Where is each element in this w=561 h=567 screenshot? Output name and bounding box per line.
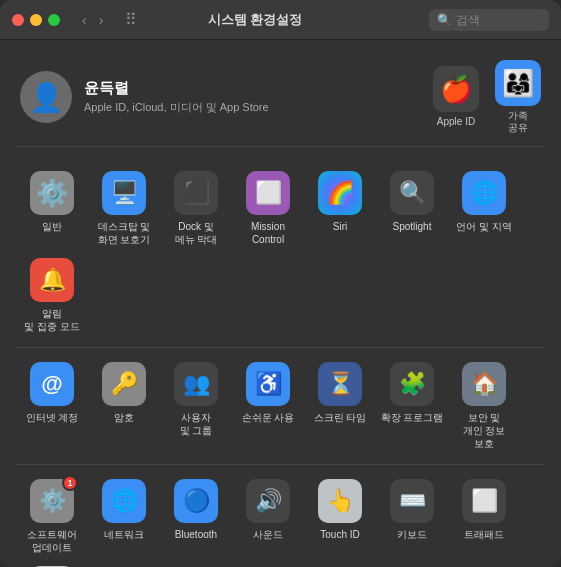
software-update-icon: ⚙️ 1 <box>30 479 74 523</box>
security-icon: 🏠 <box>462 362 506 406</box>
notifications-icon: 🔔 <box>30 258 74 302</box>
language-icon: 🌐 <box>462 171 506 215</box>
titlebar: ‹ › ⠿ 시스템 환경설정 🔍 <box>0 0 561 40</box>
bluetooth-icon: 🔵 <box>174 479 218 523</box>
accessibility-icon: ♿ <box>246 362 290 406</box>
touch-id-icon: 👆 <box>318 479 362 523</box>
internet-accounts-item[interactable]: @ 인터넷 계정 <box>16 356 88 456</box>
maximize-button[interactable] <box>48 14 60 26</box>
sound-icon: 🔊 <box>246 479 290 523</box>
siri-label: Siri <box>333 220 347 233</box>
grid-row-3: ⚙️ 1 소프트웨어업데이트 🌐 네트워크 🔵 Bluetooth 🔊 사운드 <box>16 465 545 567</box>
profile-actions: 🍎 Apple ID 👨‍👩‍👧 가족공유 <box>433 60 541 134</box>
grid-section: ⚙️ 일반 🖥️ 데스크탑 및화면 보호기 ⬛ Dock 및메뉴 막대 ⬜ Mi… <box>16 157 545 567</box>
search-icon: 🔍 <box>437 13 452 27</box>
trackpad-item[interactable]: ⬜ 트래패드 <box>448 473 520 560</box>
internet-accounts-icon: @ <box>30 362 74 406</box>
family-sharing-button[interactable]: 👨‍👩‍👧 가족공유 <box>495 60 541 134</box>
extensions-item[interactable]: 🧩 확장 프로그램 <box>376 356 448 456</box>
siri-item[interactable]: 🌈 Siri <box>304 165 376 252</box>
avatar: 👤 <box>20 71 72 123</box>
trackpad-icon: ⬜ <box>462 479 506 523</box>
dock-icon: ⬛ <box>174 171 218 215</box>
grid-row-2: @ 인터넷 계정 🔑 암호 👥 사용자및 그룹 ♿ 손쉬운 사용 ⏳ 스 <box>16 348 545 465</box>
grid-row-1: ⚙️ 일반 🖥️ 데스크탑 및화면 보호기 ⬛ Dock 및메뉴 막대 ⬜ Mi… <box>16 157 545 348</box>
notifications-label: 알림및 집중 모드 <box>24 307 80 333</box>
window-title: 시스템 환경설정 <box>89 11 421 29</box>
bluetooth-label: Bluetooth <box>175 528 217 541</box>
profile-info: 윤득렬 Apple ID, iCloud, 미디어 및 App Store <box>84 79 421 115</box>
general-label: 일반 <box>42 220 62 233</box>
siri-icon: 🌈 <box>318 171 362 215</box>
screen-time-label: 스크린 타임 <box>314 411 367 424</box>
security-label: 보안 및개인 정보 보호 <box>452 411 516 450</box>
spotlight-icon: 🔍 <box>390 171 434 215</box>
main-window: ‹ › ⠿ 시스템 환경설정 🔍 👤 윤득렬 Apple ID, iCloud,… <box>0 0 561 567</box>
passwords-label: 암호 <box>114 411 134 424</box>
profile-subtitle: Apple ID, iCloud, 미디어 및 App Store <box>84 100 421 115</box>
accessibility-label: 손쉬운 사용 <box>242 411 295 424</box>
minimize-button[interactable] <box>30 14 42 26</box>
users-icon: 👥 <box>174 362 218 406</box>
network-icon: 🌐 <box>102 479 146 523</box>
accessibility-item[interactable]: ♿ 손쉬운 사용 <box>232 356 304 456</box>
search-input[interactable] <box>456 13 536 27</box>
extensions-icon: 🧩 <box>390 362 434 406</box>
network-label: 네트워크 <box>104 528 144 541</box>
language-label: 언어 및 지역 <box>456 220 512 233</box>
keyboard-item[interactable]: ⌨️ 키보드 <box>376 473 448 560</box>
users-label: 사용자및 그룹 <box>180 411 213 437</box>
sound-label: 사운드 <box>253 528 283 541</box>
software-update-badge: 1 <box>62 475 78 491</box>
notifications-item[interactable]: 🔔 알림및 집중 모드 <box>16 252 88 339</box>
general-item[interactable]: ⚙️ 일반 <box>16 165 88 252</box>
traffic-lights <box>12 14 60 26</box>
close-button[interactable] <box>12 14 24 26</box>
passwords-item[interactable]: 🔑 암호 <box>88 356 160 456</box>
screen-time-icon: ⏳ <box>318 362 362 406</box>
trackpad-label: 트래패드 <box>464 528 504 541</box>
apple-id-button[interactable]: 🍎 Apple ID <box>433 66 479 128</box>
users-item[interactable]: 👥 사용자및 그룹 <box>160 356 232 456</box>
keyboard-label: 키보드 <box>397 528 427 541</box>
spotlight-label: Spotlight <box>393 220 432 233</box>
desktop-icon: 🖥️ <box>102 171 146 215</box>
language-item[interactable]: 🌐 언어 및 지역 <box>448 165 520 252</box>
screen-time-item[interactable]: ⏳ 스크린 타임 <box>304 356 376 456</box>
keyboard-icon: ⌨️ <box>390 479 434 523</box>
desktop-item[interactable]: 🖥️ 데스크탑 및화면 보호기 <box>88 165 160 252</box>
desktop-label: 데스크탑 및화면 보호기 <box>98 220 151 246</box>
sound-item[interactable]: 🔊 사운드 <box>232 473 304 560</box>
mission-control-icon: ⬜ <box>246 171 290 215</box>
dock-item[interactable]: ⬛ Dock 및메뉴 막대 <box>160 165 232 252</box>
bluetooth-item[interactable]: 🔵 Bluetooth <box>160 473 232 560</box>
apple-id-icon: 🍎 <box>433 66 479 112</box>
mission-control-label: MissionControl <box>251 220 285 246</box>
extensions-label: 확장 프로그램 <box>381 411 444 424</box>
apple-id-label: Apple ID <box>437 116 475 128</box>
general-icon: ⚙️ <box>30 171 74 215</box>
network-item[interactable]: 🌐 네트워크 <box>88 473 160 560</box>
profile-name: 윤득렬 <box>84 79 421 98</box>
dock-label: Dock 및메뉴 막대 <box>175 220 218 246</box>
family-sharing-icon: 👨‍👩‍👧 <box>495 60 541 106</box>
family-sharing-label: 가족공유 <box>508 110 528 134</box>
content-area: 👤 윤득렬 Apple ID, iCloud, 미디어 및 App Store … <box>0 40 561 567</box>
passwords-icon: 🔑 <box>102 362 146 406</box>
mission-control-item[interactable]: ⬜ MissionControl <box>232 165 304 252</box>
search-bar[interactable]: 🔍 <box>429 9 549 31</box>
touch-id-label: Touch ID <box>320 528 359 541</box>
spotlight-item[interactable]: 🔍 Spotlight <box>376 165 448 252</box>
profile-section: 👤 윤득렬 Apple ID, iCloud, 미디어 및 App Store … <box>16 52 545 147</box>
touch-id-item[interactable]: 👆 Touch ID <box>304 473 376 560</box>
software-update-label: 소프트웨어업데이트 <box>27 528 77 554</box>
security-item[interactable]: 🏠 보안 및개인 정보 보호 <box>448 356 520 456</box>
mouse-item[interactable]: 🖱️ 마우스 <box>16 560 88 567</box>
internet-accounts-label: 인터넷 계정 <box>26 411 79 424</box>
software-update-item[interactable]: ⚙️ 1 소프트웨어업데이트 <box>16 473 88 560</box>
